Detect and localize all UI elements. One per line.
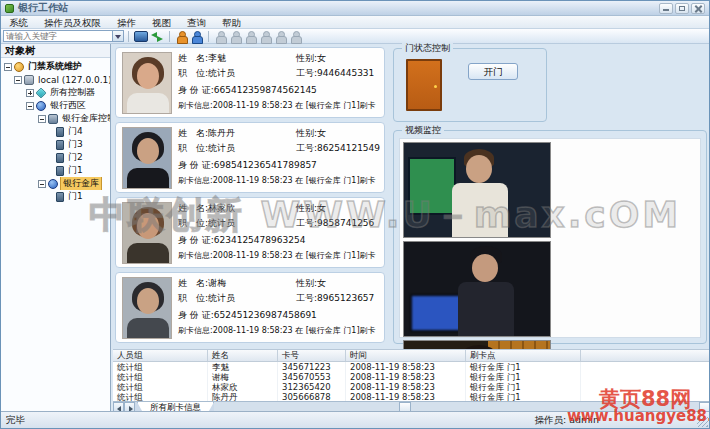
menu-operation[interactable]: 操作 xyxy=(109,16,144,29)
position-value: 统计员 xyxy=(208,68,235,78)
tree-item-bank-vault[interactable]: 银行金库 xyxy=(1,177,110,190)
door-panel-title: 门状态控制 xyxy=(402,43,453,54)
camera-feed-1[interactable] xyxy=(403,142,551,238)
toolbar xyxy=(1,29,709,44)
tree-item-door3[interactable]: 门3 xyxy=(1,138,110,151)
tree-item-vault-controller[interactable]: 银行金库控制器 xyxy=(1,112,110,125)
server-icon xyxy=(24,75,34,85)
position-label: 职 位: xyxy=(178,218,208,228)
door-icon xyxy=(56,140,64,150)
person-blue-icon[interactable] xyxy=(190,30,203,43)
operator-status: 操作员: admin xyxy=(535,414,710,427)
disabled-tool-icon xyxy=(214,30,227,43)
resize-grip[interactable] xyxy=(697,416,708,427)
close-button[interactable] xyxy=(691,3,705,14)
open-door-button[interactable]: 开门 xyxy=(468,63,518,80)
position-label: 职 位: xyxy=(178,293,208,303)
idcard-value: 652451236987458691 xyxy=(214,310,317,320)
expander-icon[interactable] xyxy=(38,115,46,123)
search-input[interactable] xyxy=(3,30,113,42)
expander-icon[interactable] xyxy=(26,102,34,110)
idcard-value: 6234125478963254 xyxy=(214,235,306,245)
tree-item-bank-west[interactable]: 银行西区 xyxy=(1,99,110,112)
position-value: 统计员 xyxy=(208,293,235,303)
tree-item-door2[interactable]: 门2 xyxy=(1,151,110,164)
door-icon xyxy=(56,153,64,163)
maximize-button[interactable] xyxy=(675,3,689,14)
camera-feed-2[interactable] xyxy=(403,241,551,337)
workid-value: 9446445331 xyxy=(317,68,374,78)
person-orange-icon[interactable] xyxy=(175,30,188,43)
table-header-row: 人员组 姓名 卡号 时间 刷卡点 xyxy=(113,350,710,362)
gender-label: 性别: xyxy=(296,128,317,138)
swipe-label: 刷卡信息: xyxy=(178,251,213,260)
tree-item-vault-door1[interactable]: 门1 xyxy=(1,190,110,203)
menu-system[interactable]: 系统 xyxy=(1,16,36,29)
tree-item-local-server[interactable]: local (127.0.0.1) xyxy=(1,73,110,86)
app-window: 银行工作站 系统 操作员及权限 操作 视图 查询 帮助 对象树 xyxy=(0,0,710,429)
tree-item-access-system[interactable]: 门禁系统维护 xyxy=(1,60,110,73)
col-group[interactable]: 人员组 xyxy=(113,350,208,361)
tree-item-all-controllers[interactable]: 所有控制器 xyxy=(1,86,110,99)
col-swipe-point[interactable]: 刷卡点 xyxy=(466,350,581,361)
door-icon xyxy=(56,192,64,202)
workid-value: 9858741256 xyxy=(317,218,374,228)
menu-bar: 系统 操作员及权限 操作 视图 查询 帮助 xyxy=(1,16,709,29)
table-row[interactable]: 统计组 李魅 345671223 2008-11-19 8:58:23 银行金库… xyxy=(113,362,710,372)
idcard-label: 身 份 证: xyxy=(178,85,214,95)
idcard-value: 665412359874562145 xyxy=(214,85,317,95)
site-icon xyxy=(48,179,58,189)
idcard-label: 身 份 证: xyxy=(178,160,214,170)
app-icon xyxy=(5,4,14,13)
person-photo xyxy=(122,52,172,114)
workid-value: 8965123657 xyxy=(317,293,374,303)
name-value: 李魅 xyxy=(208,53,226,63)
swipe-label: 刷卡信息: xyxy=(178,101,213,110)
minimize-button[interactable] xyxy=(659,3,673,14)
controllers-icon xyxy=(35,87,46,98)
person-photo xyxy=(122,277,172,339)
monitor-view-icon[interactable] xyxy=(134,31,148,42)
tree-item-door4[interactable]: 门4 xyxy=(1,125,110,138)
name-label: 姓 名: xyxy=(178,203,208,213)
col-cardno[interactable]: 卡号 xyxy=(278,350,346,361)
menu-query[interactable]: 查询 xyxy=(179,16,214,29)
door-status-panel: 门状态控制 开门 xyxy=(393,48,547,122)
menu-operators[interactable]: 操作员及权限 xyxy=(36,16,109,29)
idcard-label: 身 份 证: xyxy=(178,235,214,245)
col-time[interactable]: 时间 xyxy=(346,350,466,361)
menu-view[interactable]: 视图 xyxy=(144,16,179,29)
swipe-value: 2008-11-19 8:58:23 在 [银行金库 门1]刷卡 xyxy=(213,326,376,335)
toolbar-separator xyxy=(128,31,129,42)
gender-value: 女 xyxy=(317,128,326,138)
workid-label: 工号: xyxy=(296,68,317,78)
expander-icon[interactable] xyxy=(14,76,22,84)
expander-icon[interactable] xyxy=(38,180,46,188)
swipe-records-table: 人员组 姓名 卡号 时间 刷卡点 统计组 李魅 345671223 2008-1… xyxy=(113,349,710,401)
position-value: 统计员 xyxy=(208,143,235,153)
idcard-value: 698541236541789857 xyxy=(214,160,317,170)
swipe-value: 2008-11-19 8:58:23 在 [银行金库 门1]刷卡 xyxy=(213,176,376,185)
table-row[interactable]: 统计组 谢梅 345670553 2008-11-19 8:58:23 银行金库… xyxy=(113,372,710,382)
expander-icon[interactable] xyxy=(4,63,12,71)
workid-label: 工号: xyxy=(296,218,317,228)
object-tree-panel: 对象树 门禁系统维护 local (127.0.0.1) 所有控制器 银行西区 xyxy=(1,44,111,413)
expander-icon[interactable] xyxy=(26,89,34,97)
disabled-tool-icon xyxy=(244,30,257,43)
swipe-value: 2008-11-19 8:58:23 在 [银行金库 门1]刷卡 xyxy=(213,251,376,260)
name-value: 林家欣 xyxy=(208,203,235,213)
gender-label: 性别: xyxy=(296,203,317,213)
menu-help[interactable]: 帮助 xyxy=(214,16,249,29)
name-value: 谢梅 xyxy=(208,278,226,288)
table-row[interactable]: 统计组 林家欣 312365420 2008-11-19 8:58:23 银行金… xyxy=(113,382,710,392)
workid-label: 工号: xyxy=(296,293,317,303)
search-dropdown-icon[interactable] xyxy=(113,30,124,42)
name-label: 姓 名: xyxy=(178,53,208,63)
gender-value: 女 xyxy=(317,278,326,288)
personnel-card: 姓 名:陈丹丹 性别:女 职 位:统计员 工号:86254121549 身 份 … xyxy=(115,122,385,193)
refresh-icon[interactable] xyxy=(150,30,164,43)
personnel-card: 姓 名:谢梅 性别:女 职 位:统计员 工号:8965123657 身 份 证:… xyxy=(115,272,385,343)
swipe-label: 刷卡信息: xyxy=(178,326,213,335)
tree-item-door1[interactable]: 门1 xyxy=(1,164,110,177)
col-name[interactable]: 姓名 xyxy=(208,350,278,361)
